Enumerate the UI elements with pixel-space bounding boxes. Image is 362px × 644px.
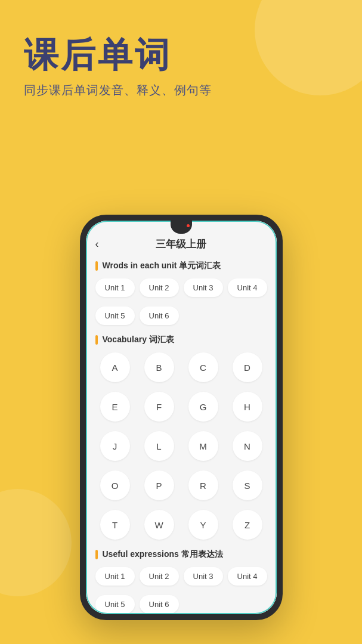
- expr-unit-grid-row2: Unit 5 Unit 6: [86, 595, 277, 614]
- words-unit-4-button[interactable]: Unit 4: [228, 278, 267, 297]
- bg-decoration-bottom: [0, 489, 72, 596]
- section-words-text: Wrods in each unit 单元词汇表: [103, 261, 221, 271]
- words-unit-3-button[interactable]: Unit 3: [184, 278, 223, 297]
- vocab-y-button[interactable]: Y: [188, 510, 218, 540]
- section-bar-2: [95, 335, 98, 345]
- section-vocab-text: Vocabulary 词汇表: [103, 335, 174, 345]
- vocab-p-button[interactable]: P: [144, 470, 174, 500]
- vocab-c-button[interactable]: C: [188, 352, 218, 382]
- back-button[interactable]: ‹: [95, 238, 99, 250]
- section-bar-3: [95, 550, 98, 559]
- nav-bar: ‹ 三年级上册: [86, 237, 277, 251]
- vocab-d-button[interactable]: D: [233, 352, 262, 382]
- nav-title: 三年级上册: [156, 237, 206, 251]
- vocab-h-button[interactable]: H: [233, 392, 262, 422]
- vocab-e-button[interactable]: E: [100, 392, 130, 422]
- vocab-grid-row1: A B C D: [86, 352, 277, 382]
- expr-unit-4-button[interactable]: Unit 4: [228, 567, 267, 586]
- vocab-grid-row2: E F G H: [86, 392, 277, 422]
- vocab-z-button[interactable]: Z: [233, 510, 262, 540]
- vocab-s-button[interactable]: S: [233, 470, 262, 500]
- vocab-g-button[interactable]: G: [188, 392, 218, 422]
- section-vocab-label: Vocabulary 词汇表: [86, 335, 277, 345]
- expr-unit-2-button[interactable]: Unit 2: [140, 567, 179, 586]
- screen-content: ‹ 三年级上册 Wrods in each unit 单元词汇表 Unit 1 …: [86, 221, 277, 614]
- expr-unit-1-button[interactable]: Unit 1: [95, 567, 135, 586]
- vocab-grid-row5: T W Y Z: [86, 510, 277, 540]
- subtitle: 同步课后单词发音、释义、例句等: [24, 82, 338, 98]
- words-unit-2-button[interactable]: Unit 2: [140, 278, 179, 297]
- vocab-o-button[interactable]: O: [100, 470, 130, 500]
- vocab-j-button[interactable]: J: [100, 431, 130, 461]
- words-unit-grid-row2: Unit 5 Unit 6: [86, 306, 277, 325]
- vocab-grid-row4: O P R S: [86, 470, 277, 500]
- expr-unit-3-button[interactable]: Unit 3: [184, 567, 223, 586]
- words-unit-6-button[interactable]: Unit 6: [140, 306, 179, 325]
- words-unit-grid-row1: Unit 1 Unit 2 Unit 3 Unit 4: [86, 278, 277, 297]
- vocab-w-button[interactable]: W: [144, 510, 174, 540]
- vocab-f-button[interactable]: F: [144, 392, 174, 422]
- words-unit-1-button[interactable]: Unit 1: [95, 278, 135, 297]
- vocab-grid-row3: J L M N: [86, 431, 277, 461]
- vocab-l-button[interactable]: L: [144, 431, 174, 461]
- vocab-b-button[interactable]: B: [144, 352, 174, 382]
- phone-outer-frame: ‹ 三年级上册 Wrods in each unit 单元词汇表 Unit 1 …: [80, 215, 283, 620]
- section-bar-1: [95, 261, 98, 271]
- section-expr-label: Useful expressions 常用表达法: [86, 549, 277, 560]
- section-words-label: Wrods in each unit 单元词汇表: [86, 261, 277, 271]
- expr-unit-6-button[interactable]: Unit 6: [140, 595, 179, 614]
- expr-unit-grid-row1: Unit 1 Unit 2 Unit 3 Unit 4: [86, 567, 277, 586]
- expr-unit-5-button[interactable]: Unit 5: [95, 595, 135, 614]
- vocab-n-button[interactable]: N: [233, 431, 262, 461]
- vocab-r-button[interactable]: R: [188, 470, 218, 500]
- section-expr-text: Useful expressions 常用表达法: [103, 549, 223, 560]
- phone-screen: ‹ 三年级上册 Wrods in each unit 单元词汇表 Unit 1 …: [86, 221, 277, 614]
- main-title: 课后单词: [24, 36, 338, 74]
- vocab-m-button[interactable]: M: [188, 431, 218, 461]
- vocab-a-button[interactable]: A: [100, 352, 130, 382]
- vocab-t-button[interactable]: T: [100, 510, 130, 540]
- header-section: 课后单词 同步课后单词发音、释义、例句等: [0, 0, 362, 110]
- phone-mockup: ‹ 三年级上册 Wrods in each unit 单元词汇表 Unit 1 …: [80, 215, 283, 620]
- words-unit-5-button[interactable]: Unit 5: [95, 306, 135, 325]
